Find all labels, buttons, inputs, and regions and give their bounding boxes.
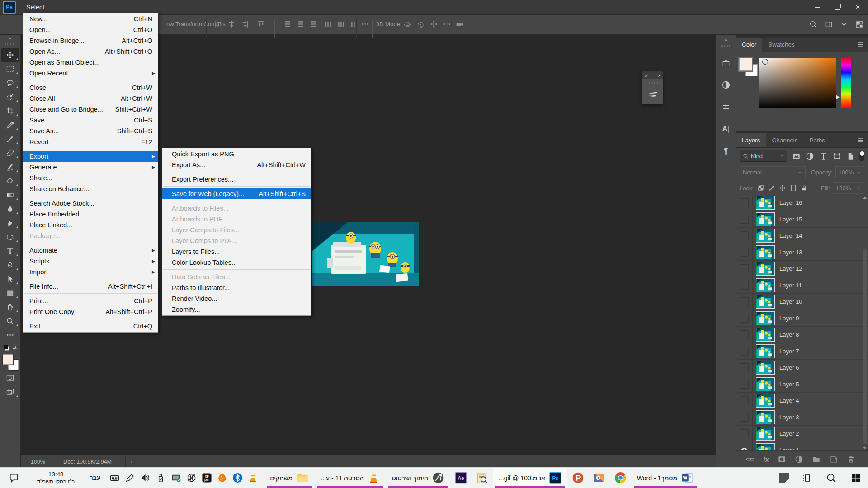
layer-row-layer-14[interactable]: Layer 14 bbox=[736, 228, 868, 244]
delete-layer-button[interactable] bbox=[847, 455, 855, 464]
more-options-icon[interactable] bbox=[361, 20, 369, 28]
file-menu-item-save-as[interactable]: Save As...Shift+Ctrl+S bbox=[23, 126, 158, 136]
tab-channels[interactable]: Channels bbox=[766, 133, 804, 147]
tool-path-select[interactable] bbox=[1, 272, 19, 286]
layer-visibility-toggle[interactable] bbox=[736, 376, 753, 393]
dock-panel-2-icon[interactable] bbox=[717, 76, 735, 94]
file-menu-item-close-all[interactable]: Close AllAlt+Ctrl+W bbox=[23, 93, 158, 104]
layer-row-layer-7[interactable]: Layer 7 bbox=[736, 343, 868, 360]
export-menu-item-paths-to-illustrator[interactable]: Paths to Illustrator... bbox=[162, 282, 311, 293]
tool-rectangle[interactable] bbox=[1, 286, 19, 300]
file-menu-item-place-embedded[interactable]: Place Embedded... bbox=[23, 209, 158, 220]
layer-row-layer-2[interactable]: Layer 2 bbox=[736, 426, 868, 442]
distribute-vertical-centers-icon[interactable] bbox=[296, 20, 305, 28]
layer-visibility-toggle[interactable] bbox=[736, 426, 753, 442]
usb-tray-icon[interactable] bbox=[155, 472, 166, 483]
saturation-brightness-field[interactable] bbox=[759, 58, 836, 108]
quick-mask-button[interactable] bbox=[1, 371, 19, 385]
distribute-left-edges-icon[interactable] bbox=[324, 20, 332, 28]
tool-zoom[interactable] bbox=[1, 314, 19, 328]
export-menu-item-save-for-web-legacy[interactable]: Save for Web (Legacy)...Alt+Shift+Ctrl+S bbox=[162, 188, 311, 199]
scroll-down-icon[interactable] bbox=[863, 447, 867, 449]
layer-row-layer-5[interactable]: Layer 5 bbox=[736, 376, 868, 393]
dock-panel-3-icon[interactable] bbox=[717, 98, 735, 116]
scroll-up-icon[interactable] bbox=[863, 197, 867, 199]
lock-paint-icon[interactable] bbox=[768, 184, 775, 192]
language-indicator[interactable]: עבר bbox=[90, 474, 100, 481]
export-menu-item-color-lookup-tables[interactable]: Color Lookup Tables... bbox=[162, 257, 311, 268]
roll-3d-icon[interactable] bbox=[416, 20, 425, 28]
file-menu-item-browse-in-bridge[interactable]: Browse in Bridge...Alt+Ctrl+O bbox=[23, 35, 158, 46]
export-menu-item-zoomify[interactable]: Zoomify... bbox=[162, 304, 311, 315]
file-menu-item-share[interactable]: Share... bbox=[23, 173, 158, 183]
after-effects-icon[interactable] bbox=[450, 468, 472, 488]
task-vlc[interactable]: הסרטה 11 - ע... bbox=[315, 468, 386, 488]
align-left-edges-icon[interactable] bbox=[214, 20, 223, 28]
layer-mask-button[interactable] bbox=[778, 455, 786, 464]
layer-visibility-toggle[interactable] bbox=[736, 228, 753, 244]
layer-visibility-toggle[interactable] bbox=[736, 393, 753, 409]
orbit-3d-icon[interactable] bbox=[403, 20, 412, 28]
tool-hand[interactable] bbox=[1, 300, 19, 314]
file-menu-item-search-adobe-stock[interactable]: Search Adobe Stock... bbox=[23, 198, 158, 209]
tab-layers[interactable]: Layers bbox=[736, 133, 766, 147]
taskbar-clock[interactable]: 13:48 כ"ז כסלו תשפ"ד bbox=[37, 470, 75, 486]
file-menu-item-open-recent[interactable]: Open Recent▶ bbox=[23, 68, 158, 79]
blend-mode-dropdown[interactable]: Normal bbox=[740, 166, 806, 178]
file-menu-item-revert[interactable]: RevertF12 bbox=[23, 136, 158, 147]
file-menu-item-open-as[interactable]: Open As...Alt+Shift+Ctrl+O bbox=[23, 46, 158, 57]
export-menu-item-quick-export-as-png[interactable]: Quick Export as PNG bbox=[162, 149, 311, 160]
layer-row-layer-16[interactable]: Layer 16 bbox=[736, 195, 868, 211]
file-menu-item-automate[interactable]: Automate▶ bbox=[23, 245, 158, 256]
lock-artboard-icon[interactable] bbox=[790, 184, 797, 192]
task-view-button[interactable] bbox=[795, 468, 819, 488]
tool-rectangular-marquee[interactable] bbox=[1, 62, 19, 76]
powerpoint-icon[interactable] bbox=[567, 468, 589, 488]
file-menu-item-print-one-copy[interactable]: Print One CopyAlt+Shift+Ctrl+P bbox=[23, 306, 158, 317]
file-menu-item-export[interactable]: Export▶ bbox=[23, 151, 158, 162]
lock-transparent-icon[interactable] bbox=[757, 184, 764, 192]
layer-visibility-toggle[interactable] bbox=[736, 244, 753, 261]
distribute-right-edges-icon[interactable] bbox=[350, 20, 359, 28]
layer-row-layer-4[interactable]: Layer 4 bbox=[736, 393, 868, 409]
file-menu-item-print[interactable]: Print...Ctrl+P bbox=[23, 296, 158, 306]
vlc-tray-icon[interactable] bbox=[247, 472, 259, 483]
movie-maker-icon[interactable] bbox=[589, 468, 610, 488]
align-top-edges-icon[interactable] bbox=[257, 20, 265, 28]
tool-move[interactable] bbox=[1, 48, 19, 62]
tab-color[interactable]: Color bbox=[736, 38, 762, 52]
file-menu-item-generate[interactable]: Generate▶ bbox=[23, 162, 158, 173]
dark-app-icon[interactable] bbox=[774, 468, 795, 488]
paragraph-panel-icon[interactable]: ¶ bbox=[717, 142, 735, 160]
layer-visibility-toggle[interactable] bbox=[736, 277, 753, 294]
screen-mode-button[interactable] bbox=[1, 385, 19, 399]
restore-button[interactable] bbox=[827, 0, 848, 14]
layer-row-layer-3[interactable]: Layer 3 bbox=[736, 409, 868, 426]
lock-all-icon[interactable] bbox=[801, 184, 808, 192]
distribute-bottom-edges-icon[interactable] bbox=[309, 20, 318, 28]
distribute-horizontal-centers-icon[interactable] bbox=[337, 20, 345, 28]
fill-field[interactable]: 100% bbox=[833, 182, 864, 194]
panel-menu-icon[interactable] bbox=[857, 41, 864, 48]
xp-pen-tray-icon[interactable] bbox=[201, 472, 212, 483]
tab-paths[interactable]: Paths bbox=[804, 133, 831, 147]
chevron-down-icon[interactable] bbox=[840, 20, 848, 28]
tool-crop[interactable] bbox=[1, 104, 19, 118]
task-word[interactable]: מסמך1 - Word bbox=[631, 468, 699, 488]
file-menu-item-exit[interactable]: ExitCtrl+Q bbox=[23, 321, 158, 332]
character-panel-icon[interactable]: A| bbox=[717, 120, 735, 138]
default-swap-colors[interactable]: ⇄ bbox=[4, 344, 16, 351]
task-photoshop[interactable]: אנימ.gif @ 100... bbox=[493, 468, 567, 488]
minimize-button[interactable] bbox=[807, 0, 827, 14]
toolbar-expand-icon[interactable]: » bbox=[9, 34, 12, 42]
tool-quick-selection[interactable] bbox=[1, 90, 19, 104]
pixel-layer-filter-icon[interactable] bbox=[792, 152, 801, 160]
pen-tray-icon[interactable] bbox=[124, 472, 136, 483]
file-menu-item-open-as-smart-object[interactable]: Open as Smart Object... bbox=[23, 57, 158, 68]
magnifier-doc-icon[interactable] bbox=[472, 468, 493, 488]
export-menu-item-layers-to-files[interactable]: Layers to Files... bbox=[162, 246, 311, 257]
panel-close-icon[interactable]: × bbox=[658, 73, 660, 78]
file-menu-item-close-and-go-to-bridge[interactable]: Close and Go to Bridge...Shift+Ctrl+W bbox=[23, 104, 158, 115]
align-right-edges-icon[interactable] bbox=[241, 20, 249, 28]
shape-layer-filter-icon[interactable] bbox=[833, 152, 841, 160]
